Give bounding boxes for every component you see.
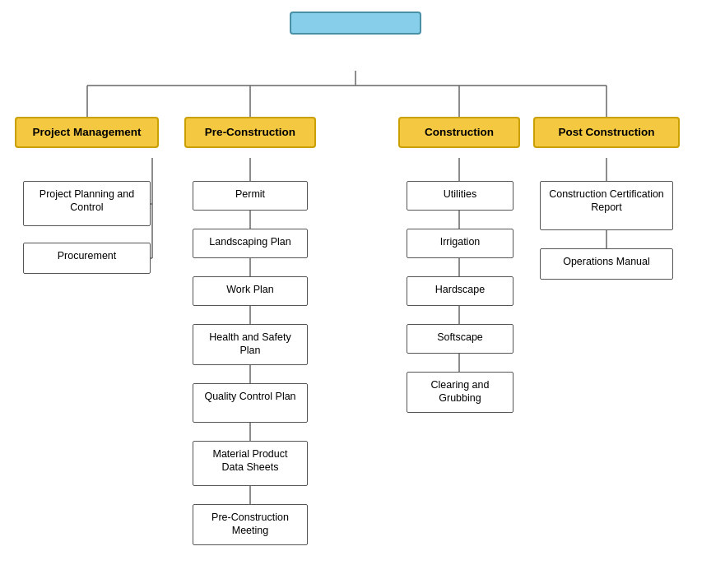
category-header-project-management: Project Management <box>15 117 159 148</box>
category-header-construction: Construction <box>398 117 520 148</box>
child-node-pre-construction-1: Landscaping Plan <box>193 229 308 258</box>
child-node-construction-0: Utilities <box>407 181 514 211</box>
category-header-post-construction: Post Construction <box>533 117 680 148</box>
org-chart-diagram: Project ManagementPre-ConstructionConstr… <box>0 0 711 588</box>
child-node-pre-construction-3: Health and Safety Plan <box>193 324 308 365</box>
child-node-construction-1: Irrigation <box>407 229 514 258</box>
child-node-pre-construction-4: Quality Control Plan <box>193 383 308 423</box>
connectors-svg <box>0 0 711 588</box>
child-node-project-management-0: Project Planning and Control <box>23 181 151 226</box>
child-node-post-construction-0: Construction Certification Report <box>540 181 673 230</box>
child-node-pre-construction-5: Material Product Data Sheets <box>193 441 308 486</box>
child-node-project-management-1: Procurement <box>23 243 151 274</box>
category-header-pre-construction: Pre-Construction <box>184 117 316 148</box>
child-node-post-construction-1: Operations Manual <box>540 248 673 280</box>
child-node-pre-construction-2: Work Plan <box>193 276 308 306</box>
child-node-construction-2: Hardscape <box>407 276 514 306</box>
child-node-construction-3: Softscape <box>407 324 514 354</box>
child-node-construction-4: Clearing and Grubbing <box>407 372 514 413</box>
child-node-pre-construction-0: Permit <box>193 181 308 211</box>
child-node-pre-construction-6: Pre-Construction Meeting <box>193 504 308 545</box>
root-node <box>290 12 421 35</box>
